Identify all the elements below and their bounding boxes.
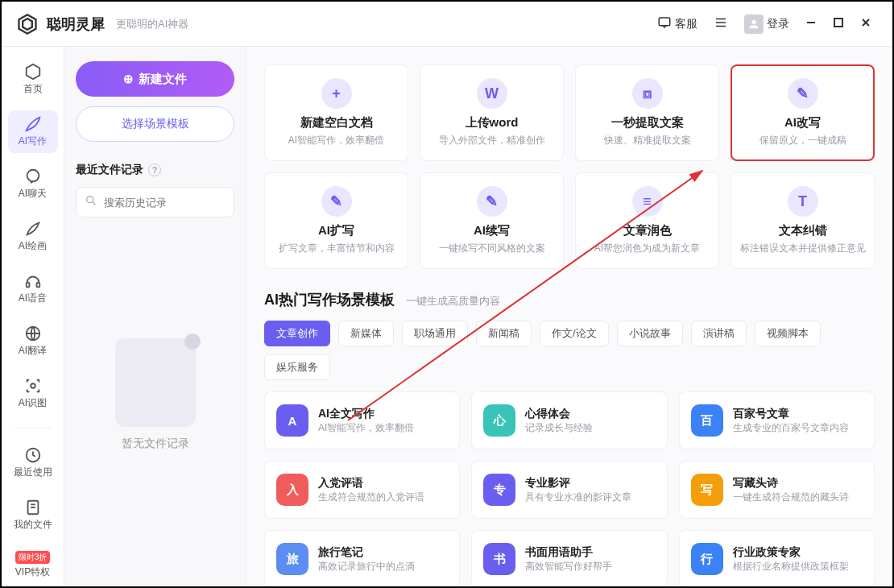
login-button[interactable]: 登录 bbox=[736, 10, 797, 39]
card-desc: 一键续写不同风格的文案 bbox=[439, 242, 545, 255]
nav-ai-draw[interactable]: AI绘画 bbox=[8, 215, 58, 258]
templates-subtitle: 一键生成高质量内容 bbox=[406, 294, 500, 308]
template-card-7[interactable]: 书 书面用语助手 高效智能写作好帮手 bbox=[471, 530, 667, 586]
new-file-label: 新建文件 bbox=[139, 72, 187, 87]
nav-ai-writing[interactable]: AI写作 bbox=[8, 110, 58, 153]
feature-card-3[interactable]: ✎ AI改写 保留原义，一键成稿 bbox=[731, 64, 875, 161]
avatar-icon bbox=[744, 14, 764, 34]
nav-ai-chat[interactable]: AI聊天 bbox=[8, 163, 58, 205]
template-title: 心得体会 bbox=[525, 407, 593, 421]
content-area: + 新建空白文档 AI智能写作，效率翻倍W 上传word 导入外部文件，精准创作… bbox=[246, 47, 892, 586]
template-icon: 写 bbox=[691, 474, 723, 506]
app-tagline: 更聪明的AI神器 bbox=[116, 17, 188, 31]
template-card-3[interactable]: 入 入党评语 生成符合规范的入党评语 bbox=[264, 461, 460, 519]
template-title: 专业影评 bbox=[525, 476, 631, 491]
feature-card-1[interactable]: W 上传word 导入外部文件，精准创作 bbox=[420, 64, 564, 161]
support-label: 客服 bbox=[675, 17, 697, 31]
template-title: 百家号文章 bbox=[733, 407, 849, 421]
nav-ai-translate[interactable]: AI翻译 bbox=[8, 320, 58, 362]
nav-recent[interactable]: 最近使用 bbox=[8, 441, 58, 484]
minimize-button[interactable] bbox=[797, 10, 825, 38]
template-card-2[interactable]: 百 百家号文章 生成专业的百家号文章内容 bbox=[679, 391, 875, 449]
feature-card-4[interactable]: ✎ AI扩写 扩写文章，丰富情节和内容 bbox=[264, 172, 408, 269]
nav-ai-image-label: AI识图 bbox=[19, 396, 47, 410]
nav-ai-translate-label: AI翻译 bbox=[19, 344, 47, 358]
template-card-5[interactable]: 写 写藏头诗 一键生成符合规范的藏头诗 bbox=[679, 461, 875, 519]
template-desc: 生成符合规范的入党评语 bbox=[318, 491, 424, 504]
card-icon: ✎ bbox=[321, 186, 352, 217]
template-icon: 心 bbox=[483, 404, 515, 437]
card-icon: + bbox=[321, 78, 352, 109]
card-title: AI改写 bbox=[784, 115, 821, 130]
search-input[interactable] bbox=[104, 197, 239, 209]
svg-rect-7 bbox=[26, 283, 29, 288]
app-name: 聪明灵犀 bbox=[47, 14, 105, 34]
nav-my-files[interactable]: 我的文件 bbox=[8, 494, 58, 536]
nav-ai-chat-label: AI聊天 bbox=[19, 187, 47, 201]
template-card-0[interactable]: A AI全文写作 AI智能写作，效率翻倍 bbox=[264, 391, 460, 449]
new-file-button[interactable]: ⊕ 新建文件 bbox=[76, 61, 234, 97]
translate-icon bbox=[24, 325, 42, 342]
headphones-icon bbox=[24, 272, 42, 290]
feature-card-5[interactable]: ✎ AI续写 一键续写不同风格的文案 bbox=[420, 172, 564, 269]
minimize-icon bbox=[805, 17, 817, 31]
menu-button[interactable] bbox=[706, 10, 736, 37]
side-panel: ⊕ 新建文件 选择场景模板 最近文件记录 ? 暂无文件记录 bbox=[64, 47, 246, 586]
template-desc: 根据行业名称提供政策框架 bbox=[733, 560, 849, 574]
tab-4[interactable]: 作文/论文 bbox=[540, 321, 609, 346]
nav-ai-image[interactable]: AI识图 bbox=[8, 372, 58, 415]
choose-template-button[interactable]: 选择场景模板 bbox=[76, 106, 234, 142]
recent-files-label: 最近文件记录 bbox=[76, 163, 143, 177]
template-icon: 旅 bbox=[276, 543, 308, 575]
tab-0[interactable]: 文章创作 bbox=[264, 321, 330, 346]
card-icon: ≡ bbox=[632, 186, 663, 217]
left-nav: 首页 AI写作 AI聊天 AI绘画 AI语音 AI翻译 AI识图 最 bbox=[2, 47, 64, 586]
empty-text: 暂无文件记录 bbox=[122, 437, 189, 451]
template-icon: 行 bbox=[691, 543, 723, 575]
empty-state: 暂无文件记录 bbox=[76, 217, 234, 572]
card-icon: ⧈ bbox=[632, 78, 663, 109]
maximize-button[interactable] bbox=[825, 10, 852, 38]
tab-6[interactable]: 演讲稿 bbox=[691, 321, 747, 346]
template-card-6[interactable]: 旅 旅行笔记 高效记录旅行中的点滴 bbox=[264, 530, 460, 586]
nav-home[interactable]: 首页 bbox=[8, 58, 58, 101]
feature-card-0[interactable]: + 新建空白文档 AI智能写作，效率翻倍 bbox=[264, 64, 408, 161]
card-desc: 快速、精准提取文案 bbox=[604, 134, 691, 147]
support-button[interactable]: 客服 bbox=[649, 10, 706, 37]
card-desc: 保留原义，一键成稿 bbox=[759, 134, 846, 147]
feature-card-2[interactable]: ⧈ 一秒提取文案 快速、精准提取文案 bbox=[575, 64, 719, 161]
template-icon: 书 bbox=[483, 543, 515, 575]
plus-icon: ⊕ bbox=[123, 72, 134, 86]
template-card-4[interactable]: 专 专业影评 具有专业水准的影评文章 bbox=[471, 461, 667, 519]
nav-ai-voice[interactable]: AI语音 bbox=[8, 267, 58, 310]
feature-card-6[interactable]: ≡ 文章润色 AI帮您润色为成为新文章 bbox=[575, 172, 719, 269]
close-button[interactable] bbox=[852, 10, 880, 38]
card-title: 文本纠错 bbox=[779, 223, 827, 238]
tab-7[interactable]: 视频脚本 bbox=[755, 321, 821, 346]
nav-vip[interactable]: 限时3折 VIP特权 bbox=[8, 546, 58, 584]
template-icon: A bbox=[276, 404, 308, 437]
card-icon: ✎ bbox=[477, 186, 507, 217]
card-title: AI扩写 bbox=[318, 223, 354, 238]
tab-5[interactable]: 小说故事 bbox=[617, 321, 683, 346]
tab-3[interactable]: 新闻稿 bbox=[476, 321, 532, 346]
template-desc: AI智能写作，效率翻倍 bbox=[318, 421, 414, 435]
tab-1[interactable]: 新媒体 bbox=[338, 321, 394, 346]
svg-rect-4 bbox=[834, 19, 842, 27]
brush-icon bbox=[24, 220, 42, 238]
nav-home-label: 首页 bbox=[23, 82, 43, 96]
svg-point-13 bbox=[87, 197, 93, 203]
feature-card-7[interactable]: T 文本纠错 标注错误文本并提供修正意见 bbox=[731, 172, 875, 269]
help-icon[interactable]: ? bbox=[148, 164, 161, 176]
template-card-1[interactable]: 心 心得体会 记录成长与经验 bbox=[471, 391, 667, 449]
templates-section-head: AI热门写作场景模板 一键生成高质量内容 bbox=[264, 290, 875, 309]
template-title: 写藏头诗 bbox=[733, 476, 849, 491]
tab-2[interactable]: 职场通用 bbox=[402, 321, 468, 346]
card-title: 一秒提取文案 bbox=[611, 115, 684, 130]
search-box[interactable] bbox=[76, 187, 234, 217]
card-title: 文章润色 bbox=[623, 223, 672, 238]
template-card-8[interactable]: 行 行业政策专家 根据行业名称提供政策框架 bbox=[679, 530, 875, 586]
tab-8[interactable]: 娱乐服务 bbox=[264, 354, 330, 380]
template-icon: 百 bbox=[691, 404, 723, 437]
clock-icon bbox=[24, 446, 42, 464]
